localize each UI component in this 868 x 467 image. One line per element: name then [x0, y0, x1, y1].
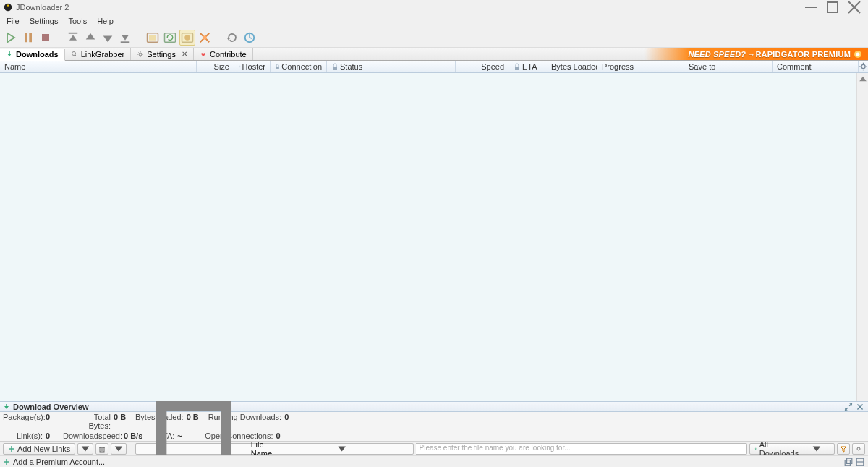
add-links-dropdown-button[interactable] [77, 443, 93, 455]
filter-settings-button[interactable] [837, 443, 850, 455]
tab-label: Settings [147, 50, 176, 59]
auto-reconnect-button[interactable] [162, 30, 178, 46]
svg-point-25 [72, 51, 75, 55]
filter-icon [840, 445, 847, 453]
svg-point-27 [139, 53, 142, 56]
trash-icon [98, 445, 106, 453]
svg-rect-2 [827, 2, 838, 12]
column-size[interactable]: Size [197, 61, 234, 72]
svg-marker-50 [115, 446, 123, 451]
search-mode-button[interactable]: File Name [135, 443, 413, 455]
svg-rect-61 [847, 458, 852, 463]
menu-settings[interactable]: Settings [25, 15, 64, 27]
svg-rect-30 [239, 67, 241, 67]
move-top-button[interactable] [65, 30, 81, 46]
lock-icon [275, 63, 280, 70]
svg-marker-11 [86, 33, 95, 39]
column-status[interactable]: Status [327, 61, 456, 72]
downloads-table-area [0, 73, 868, 401]
stop-button[interactable] [38, 30, 54, 46]
banner-text-2: →RAPIDGATOR PREMIUM [747, 50, 851, 59]
overview-expand-button[interactable] [843, 403, 854, 411]
column-eta[interactable]: ETA [509, 61, 545, 72]
overview-stats-row-1: Package(s):0 Total Bytes:0 B Bytes loade… [0, 412, 868, 431]
overview-title: Download Overview [13, 403, 89, 411]
move-up-button[interactable] [82, 30, 98, 46]
column-save-to[interactable]: Save to [684, 61, 773, 72]
svg-marker-56 [841, 447, 846, 452]
svg-rect-7 [29, 33, 32, 42]
overview-close-button[interactable] [855, 403, 865, 411]
linkgrabber-icon [71, 51, 78, 58]
column-speed[interactable]: Speed [456, 61, 509, 72]
settings-icon [137, 51, 144, 58]
vertical-scrollbar[interactable] [856, 73, 868, 401]
gear-icon [855, 445, 862, 453]
add-new-links-button[interactable]: Add New Links [3, 443, 75, 455]
svg-marker-21 [227, 38, 231, 41]
minimize-button[interactable] [800, 0, 822, 14]
svg-marker-10 [69, 35, 77, 41]
column-connection[interactable]: Connection [271, 61, 327, 72]
svg-marker-12 [103, 35, 113, 42]
lock-icon [331, 63, 339, 70]
pause-button[interactable] [20, 30, 36, 46]
premium-toggle-button[interactable] [179, 30, 195, 46]
tab-linkgrabber[interactable]: LinkGrabber [65, 48, 132, 60]
banner-text-1: NEED SPEED? [688, 50, 746, 59]
svg-marker-55 [813, 446, 821, 451]
svg-rect-6 [25, 33, 27, 42]
svg-rect-32 [333, 67, 337, 70]
tab-contribute[interactable]: Contribute [194, 48, 253, 60]
reconnect-button[interactable] [224, 30, 240, 46]
search-input[interactable] [420, 444, 744, 452]
column-hoster[interactable]: Hoster [234, 61, 271, 72]
lock-icon [239, 63, 241, 70]
trash-button[interactable] [95, 443, 109, 455]
scroll-up-icon[interactable] [857, 73, 868, 85]
menu-tools[interactable]: Tools [63, 15, 92, 27]
column-name[interactable]: Name [0, 61, 197, 72]
search-input-wrapper [416, 443, 748, 455]
close-button[interactable] [843, 0, 865, 14]
app-logo-icon [3, 2, 13, 12]
svg-point-35 [861, 64, 865, 68]
promo-banner[interactable]: NEED SPEED? →RAPIDGATOR PREMIUM [644, 48, 868, 60]
column-bytes-loaded[interactable]: Bytes Loaded [545, 61, 597, 72]
column-comment[interactable]: Comment [773, 61, 858, 72]
close-icon[interactable]: ✕ [182, 50, 187, 58]
status-popout-button[interactable] [843, 458, 854, 466]
menu-file[interactable]: File [1, 15, 25, 27]
svg-rect-33 [515, 67, 519, 70]
svg-rect-20 [203, 35, 207, 39]
svg-point-29 [856, 52, 860, 56]
column-settings-button[interactable] [858, 61, 868, 72]
another-settings-button[interactable] [852, 443, 865, 455]
chunks-button[interactable] [197, 30, 213, 46]
tab-downloads[interactable]: Downloads [0, 49, 65, 61]
clipboard-monitor-button[interactable] [145, 30, 161, 46]
download-icon [754, 445, 757, 453]
tab-label: LinkGrabber [81, 50, 125, 59]
add-premium-account-link[interactable]: Add a Premium Account... [13, 458, 105, 466]
svg-line-26 [75, 55, 77, 57]
all-downloads-filter-button[interactable]: All Downloads [749, 443, 835, 455]
update-button[interactable] [242, 30, 258, 46]
svg-point-19 [184, 35, 190, 41]
tab-label: Downloads [16, 50, 59, 59]
move-down-button[interactable] [100, 30, 116, 46]
bottom-bar: Add New Links File Name All Downloads [0, 441, 868, 455]
status-pane-button[interactable] [855, 458, 865, 466]
play-button[interactable] [3, 30, 19, 46]
banner-logo-icon [854, 50, 862, 59]
svg-rect-60 [845, 460, 850, 465]
svg-rect-46 [100, 447, 104, 452]
heart-icon [200, 51, 207, 58]
menubar: File Settings Tools Help [0, 14, 868, 28]
move-bottom-button[interactable] [117, 30, 133, 46]
column-progress[interactable]: Progress [597, 61, 684, 72]
trash-dropdown-button[interactable] [111, 443, 127, 455]
menu-help[interactable]: Help [92, 15, 119, 27]
tab-settings[interactable]: Settings ✕ [131, 48, 194, 60]
maximize-button[interactable] [822, 0, 843, 14]
